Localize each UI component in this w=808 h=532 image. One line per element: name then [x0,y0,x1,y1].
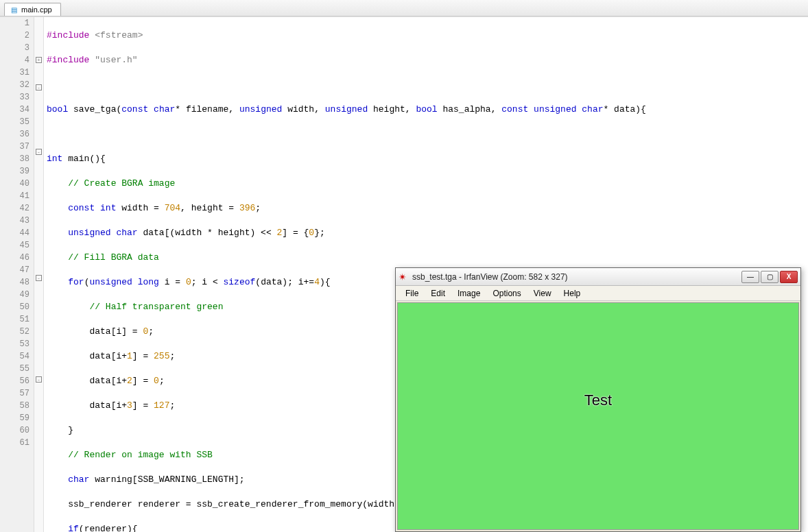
line-number: 32 [0,79,29,91]
line-number: 44 [0,227,29,239]
line-number: 50 [0,301,29,313]
irfanview-app-icon: ✴ [399,272,408,282]
editor-tab-bar: ▤ main.cpp [0,0,808,16]
window-buttons: — ▢ X [741,271,798,283]
fold-collapse-icon[interactable]: - [36,84,42,90]
line-number: 51 [0,313,29,326]
close-button[interactable]: X [780,271,798,283]
rendered-text: Test [584,391,612,409]
menu-options[interactable]: Options [487,287,526,300]
line-number: 56 [0,375,29,387]
line-number: 2 [0,29,29,42]
line-number: 57 [0,387,29,400]
line-number: 53 [0,338,29,350]
line-number: 43 [0,215,29,227]
file-tab[interactable]: ▤ main.cpp [4,3,61,16]
menu-edit[interactable]: Edit [425,287,451,300]
line-number: 1 [0,17,29,29]
line-number: 40 [0,178,29,190]
window-title: ssb_test.tga - IrfanView (Zoom: 582 x 32… [412,272,737,282]
line-number: 39 [0,165,29,178]
window-titlebar[interactable]: ✴ ssb_test.tga - IrfanView (Zoom: 582 x … [396,268,800,286]
cpp-file-icon: ▤ [9,5,19,14]
menu-bar: File Edit Image Options View Help [396,286,800,301]
menu-view[interactable]: View [528,287,557,300]
fold-collapse-icon[interactable]: - [36,376,42,383]
line-number: 37 [0,141,29,153]
irfanview-window: ✴ ssb_test.tga - IrfanView (Zoom: 582 x … [395,267,801,532]
line-number: 33 [0,91,29,104]
fold-expand-icon[interactable]: + [36,57,42,63]
menu-image[interactable]: Image [452,287,486,300]
line-number: 59 [0,412,29,424]
line-number: 41 [0,190,29,202]
line-number: 42 [0,202,29,215]
line-number: 52 [0,326,29,338]
line-number: 58 [0,400,29,412]
fold-collapse-icon[interactable]: - [36,149,42,155]
fold-collapse-icon[interactable]: - [36,275,42,281]
line-number: 35 [0,116,29,128]
minimize-button[interactable]: — [741,271,759,283]
line-number: 49 [0,289,29,301]
line-number: 45 [0,239,29,252]
line-number: 60 [0,424,29,437]
fold-column: +---- [34,17,44,532]
maximize-button[interactable]: ▢ [761,271,779,283]
line-number: 55 [0,363,29,375]
line-number: 31 [0,66,29,79]
line-number-gutter: 1 2 3 4 31 32 33 34 35 36 37 38 39 40 41… [0,17,34,532]
menu-help[interactable]: Help [558,287,586,300]
line-number: 47 [0,264,29,276]
image-canvas[interactable]: Test [397,302,799,530]
file-tab-label: main.cpp [21,5,52,14]
line-number: 38 [0,153,29,165]
line-number: 36 [0,128,29,141]
line-number: 34 [0,104,29,116]
menu-file[interactable]: File [400,287,424,300]
line-number: 3 [0,42,29,54]
line-number: 54 [0,350,29,363]
line-number: 4 [0,54,29,66]
line-number: 48 [0,276,29,289]
line-number: 61 [0,437,29,449]
line-number: 46 [0,252,29,264]
